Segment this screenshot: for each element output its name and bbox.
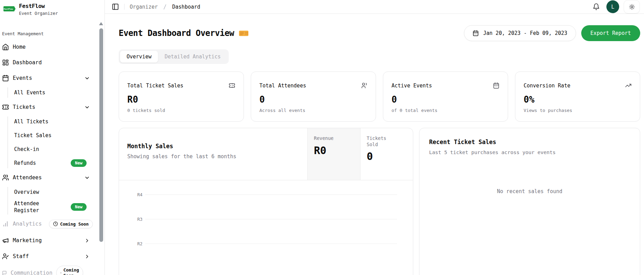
- user-avatar[interactable]: L: [606, 0, 619, 13]
- coming-soon-badge: Coming Soon: [49, 220, 93, 228]
- bottom-panels: Monthly Sales Showing sales for the last…: [119, 128, 640, 275]
- stat-sub: Views to purchases: [524, 108, 632, 113]
- toggle-label: Tickets Sold: [367, 135, 394, 148]
- page-content: Event Dashboard Overview Jan 20, 2023 - …: [105, 14, 644, 275]
- calendar-icon: [473, 30, 479, 36]
- tab-overview[interactable]: Overview: [120, 51, 158, 63]
- ticket-icon: [2, 104, 9, 111]
- sidebar-item-marketing[interactable]: Marketing: [2, 235, 102, 246]
- stat-value: R0: [127, 94, 235, 105]
- calendar-icon: [2, 75, 9, 82]
- sidebar-item-attendee-overview[interactable]: Overview: [14, 187, 102, 197]
- sidebar: FestFlow FestFlow Event Organizer Event …: [0, 0, 105, 275]
- stat-value: 0: [392, 94, 499, 105]
- date-range-value: Jan 20, 2023 - Feb 09, 2023: [483, 30, 567, 36]
- sidebar-toggle-button[interactable]: [112, 3, 119, 10]
- sidebar-item-label: Events: [13, 75, 32, 81]
- calendar-icon: [493, 82, 499, 89]
- toggle-revenue[interactable]: Revenue R0: [307, 128, 360, 180]
- stat-title: Active Events: [392, 83, 432, 89]
- breadcrumb-separator: [162, 4, 168, 10]
- sidebar-item-ticket-sales[interactable]: Ticket Sales: [14, 130, 102, 141]
- sidebar-item-communication[interactable]: Communication Coming Soon: [2, 268, 102, 275]
- stat-card-total-attendees: Total Attendees 0 Across all events: [251, 72, 376, 122]
- app: FestFlow FestFlow Event Organizer Event …: [0, 0, 644, 275]
- page-title: Event Dashboard Overview: [119, 28, 249, 38]
- scrollbar-up-arrow[interactable]: [99, 22, 103, 25]
- sidebar-item-attendees[interactable]: Attendees: [2, 172, 102, 183]
- ticket-emoji: [239, 29, 249, 37]
- chevron-down-icon: [84, 75, 90, 81]
- title-controls: Jan 20, 2023 - Feb 09, 2023 Export Repor…: [464, 25, 640, 41]
- sidebar-item-label: Attendees: [13, 174, 42, 181]
- sidebar-nav: Home Dashboard Events All Events Tickets: [2, 42, 105, 275]
- breadcrumb-parent[interactable]: Organizer: [130, 4, 158, 10]
- sidebar-item-label: Overview: [14, 189, 39, 195]
- monthly-sales-subtitle: Showing sales for the last 6 months: [127, 153, 299, 160]
- stat-title: Total Attendees: [259, 83, 306, 89]
- toggle-tickets-sold[interactable]: Tickets Sold 0: [360, 128, 413, 180]
- sidebar-item-label: Tickets: [13, 104, 35, 110]
- tab-detailed-analytics[interactable]: Detailed Analytics: [158, 51, 227, 63]
- users-icon: [2, 174, 9, 181]
- sidebar-section-label: Event Management: [2, 31, 105, 36]
- main-area: Organizer Dashboard L Event Dashboard Ov…: [105, 0, 644, 275]
- sidebar-item-attendee-register[interactable]: Attendee Register New: [14, 199, 102, 215]
- new-badge: New: [71, 203, 87, 211]
- sidebar-scrollbar[interactable]: [99, 28, 103, 242]
- festflow-logo-icon: FestFlow: [3, 6, 16, 13]
- breadcrumb-current: Dashboard: [172, 4, 200, 10]
- sidebar-item-label: Attendee Register: [14, 200, 49, 214]
- sidebar-item-events[interactable]: Events: [2, 73, 102, 83]
- stat-card-total-ticket-sales: Total Ticket Sales R0 0 tickets sold: [119, 72, 244, 122]
- home-icon: [2, 44, 9, 50]
- stat-card-active-events: Active Events 0 of 0 total events: [383, 72, 508, 122]
- sidebar-item-label: All Events: [14, 89, 45, 96]
- title-row: Event Dashboard Overview Jan 20, 2023 - …: [119, 25, 640, 41]
- stat-card-conversion-rate: Conversion Rate 0% Views to purchases: [515, 72, 640, 122]
- brand-subtitle: Event Organizer: [19, 11, 58, 16]
- sidebar-item-home[interactable]: Home: [2, 42, 102, 52]
- sidebar-sublist-events: All Events: [8, 87, 102, 98]
- sidebar-item-analytics[interactable]: Analytics Coming Soon: [2, 219, 102, 229]
- sun-icon: [629, 4, 635, 10]
- sidebar-item-dashboard[interactable]: Dashboard: [2, 57, 102, 68]
- view-tabs: Overview Detailed Analytics: [119, 49, 229, 64]
- sidebar-item-refunds[interactable]: Refunds New: [14, 158, 102, 168]
- sidebar-item-tickets[interactable]: Tickets: [2, 102, 102, 112]
- topbar: Organizer Dashboard L: [105, 0, 644, 14]
- coming-soon-badge: Coming Soon: [56, 266, 83, 275]
- trending-up-icon: [625, 82, 632, 89]
- sidebar-item-check-in[interactable]: Check-in: [14, 144, 102, 154]
- topbar-divider: [124, 4, 125, 10]
- chevron-right-icon: [84, 238, 90, 244]
- clock-icon: [53, 221, 58, 226]
- sidebar-item-all-tickets[interactable]: All Tickets: [14, 116, 102, 127]
- sidebar-item-all-events[interactable]: All Events: [14, 87, 102, 98]
- date-range-picker[interactable]: Jan 20, 2023 - Feb 09, 2023: [464, 25, 576, 41]
- ticket-icon: [229, 82, 235, 89]
- message-icon: [2, 269, 7, 275]
- stat-sub: Across all events: [259, 108, 367, 113]
- monthly-sales-title: Monthly Sales: [127, 143, 299, 150]
- notifications-button[interactable]: [593, 3, 600, 10]
- monthly-sales-header: Monthly Sales Showing sales for the last…: [119, 128, 413, 180]
- toggle-value: 0: [367, 150, 407, 162]
- clock-icon: [60, 271, 61, 275]
- sidebar-item-label: Refunds: [14, 160, 36, 166]
- theme-toggle-button[interactable]: [624, 0, 640, 13]
- recent-sales-title: Recent Ticket Sales: [429, 139, 630, 145]
- sidebar-item-label: Dashboard: [13, 59, 42, 66]
- sidebar-item-staff[interactable]: Staff: [2, 251, 102, 262]
- stat-sub: 0 tickets sold: [127, 108, 235, 113]
- brand[interactable]: FestFlow FestFlow Event Organizer: [2, 3, 105, 16]
- sidebar-item-label: Marketing: [13, 237, 42, 244]
- stat-cards: Total Ticket Sales R0 0 tickets sold Tot…: [119, 72, 640, 122]
- user-icon: [361, 82, 367, 89]
- y-axis-tick: R2: [134, 241, 142, 246]
- stat-sub: of 0 total events: [392, 108, 499, 113]
- stat-title: Total Ticket Sales: [127, 83, 184, 89]
- sidebar-item-label: Check-in: [14, 146, 39, 152]
- bell-icon: [593, 3, 600, 10]
- export-report-button[interactable]: Export Report: [581, 25, 640, 41]
